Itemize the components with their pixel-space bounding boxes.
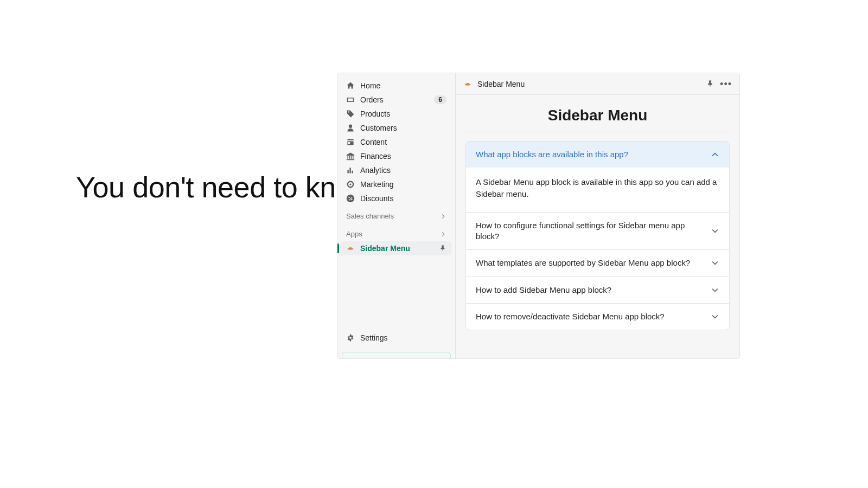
section-label: Apps — [346, 230, 362, 238]
app-icon — [346, 244, 355, 253]
sidebar-item-discounts[interactable]: Discounts — [341, 191, 452, 206]
pin-icon[interactable] — [439, 245, 446, 252]
sidebar-section-sales-channels[interactable]: Sales channels — [337, 206, 455, 223]
chevron-down-icon — [711, 286, 719, 294]
main-panel: Sidebar Menu ••• Sidebar Menu What app b… — [456, 73, 739, 358]
sidebar-item-label: Orders — [360, 95, 429, 104]
sidebar-item-finances[interactable]: Finances — [341, 149, 452, 163]
faq-toggle[interactable]: How to configure functional settings for… — [466, 213, 729, 250]
sidebar-item-label: Discounts — [360, 194, 446, 203]
orders-icon — [346, 95, 355, 104]
sidebar-item-label: Products — [360, 110, 446, 118]
faq-item: How to add Sidebar Menu app block? — [466, 277, 729, 303]
content-area: Sidebar Menu What app blocks are availab… — [456, 95, 739, 342]
sidebar-item-marketing[interactable]: Marketing — [341, 177, 452, 191]
faq-toggle[interactable]: What app blocks are available in this ap… — [466, 142, 729, 168]
chevron-right-icon — [440, 231, 446, 237]
bank-icon — [346, 152, 355, 160]
faq-accordion: What app blocks are available in this ap… — [465, 141, 730, 330]
sidebar-item-products[interactable]: Products — [341, 107, 452, 121]
sidebar-item-label: Marketing — [360, 180, 446, 189]
sidebar-item-label: Analytics — [360, 166, 446, 175]
chevron-right-icon — [440, 213, 446, 220]
sidebar-item-label: Finances — [360, 152, 446, 160]
analytics-icon — [346, 166, 355, 175]
sidebar-item-label: Content — [360, 138, 446, 146]
app-topbar: Sidebar Menu ••• — [456, 73, 739, 95]
faq-toggle[interactable]: What templates are supported by Sidebar … — [466, 250, 729, 276]
faq-answer: A Sidebar Menu app block is available in… — [466, 168, 729, 212]
sidebar-item-settings[interactable]: Settings — [337, 328, 455, 348]
faq-question: How to remove/deactivate Sidebar Menu ap… — [476, 311, 704, 322]
faq-item: What app blocks are available in this ap… — [466, 142, 729, 212]
sidebar-item-sidebar-menu-app[interactable]: Sidebar Menu — [341, 241, 452, 255]
content-icon — [346, 138, 355, 146]
orders-badge: 6 — [434, 95, 446, 104]
faq-question: How to configure functional settings for… — [476, 220, 704, 242]
sidebar-item-analytics[interactable]: Analytics — [341, 163, 452, 177]
chevron-up-icon — [711, 150, 719, 159]
app-icon — [463, 80, 472, 88]
settings-label: Settings — [360, 333, 388, 342]
topbar-title: Sidebar Menu — [477, 80, 700, 88]
divider — [465, 132, 730, 132]
chevron-down-icon — [711, 259, 719, 267]
faq-item: How to remove/deactivate Sidebar Menu ap… — [466, 303, 729, 330]
gear-icon — [346, 333, 355, 342]
page-title: Sidebar Menu — [465, 107, 730, 124]
marketing-icon — [346, 180, 355, 189]
faq-toggle[interactable]: How to remove/deactivate Sidebar Menu ap… — [466, 304, 729, 330]
more-icon[interactable]: ••• — [720, 79, 732, 89]
chevron-down-icon — [711, 227, 719, 235]
home-icon — [346, 81, 355, 90]
faq-item: What templates are supported by Sidebar … — [466, 249, 729, 276]
tag-icon — [346, 110, 355, 118]
sidebar-item-content[interactable]: Content — [341, 135, 452, 149]
sidebar-section-apps[interactable]: Apps — [337, 223, 455, 241]
section-label: Sales channels — [346, 212, 394, 220]
person-icon — [346, 124, 355, 132]
faq-item: How to configure functional settings for… — [466, 212, 729, 250]
chevron-down-icon — [711, 312, 719, 321]
faq-question: What templates are supported by Sidebar … — [476, 258, 704, 268]
sidebar-item-customers[interactable]: Customers — [341, 121, 452, 135]
sidebar-item-label: Customers — [360, 124, 446, 132]
admin-sidebar: Home Orders 6 Products Customers Content — [337, 73, 456, 358]
faq-question: How to add Sidebar Menu app block? — [476, 285, 704, 296]
pin-icon[interactable] — [706, 80, 714, 88]
faq-toggle[interactable]: How to add Sidebar Menu app block? — [466, 277, 729, 303]
discount-icon — [346, 194, 355, 203]
sidebar-item-home[interactable]: Home — [341, 79, 452, 93]
app-window: Home Orders 6 Products Customers Content — [337, 73, 740, 359]
sidebar-item-orders[interactable]: Orders 6 — [341, 93, 452, 107]
faq-question: What app blocks are available in this ap… — [476, 149, 704, 160]
sidebar-footer-card — [342, 352, 451, 358]
sidebar-item-label: Home — [360, 81, 446, 90]
sidebar-item-label: Sidebar Menu — [360, 244, 433, 253]
